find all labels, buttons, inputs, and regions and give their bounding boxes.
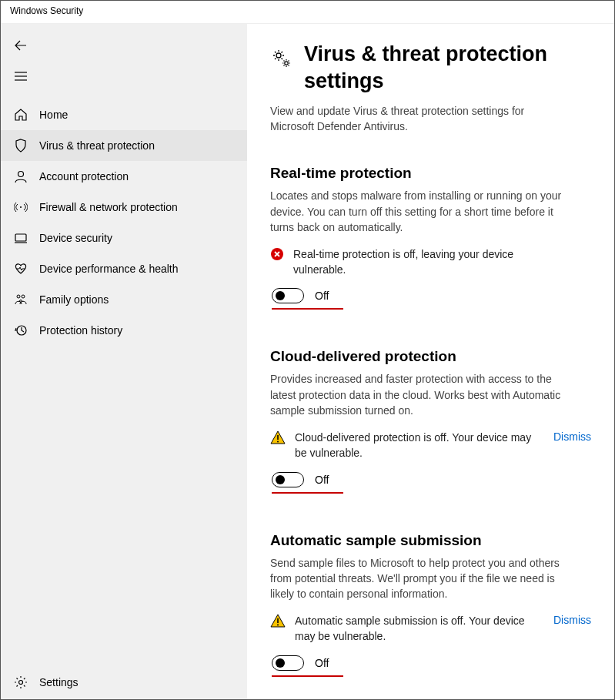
sidebar-item-home[interactable]: Home [1,99,247,130]
dismiss-link[interactable]: Dismiss [553,614,591,626]
warning-icon [270,430,286,444]
sidebar-item-performance[interactable]: Device performance & health [1,253,247,284]
account-icon [13,169,28,184]
toggle-state: Off [315,657,329,669]
sidebar-item-label: Account protection [39,170,129,183]
hamburger-button[interactable] [1,61,247,92]
error-icon [270,247,284,261]
sidebar-settings-label: Settings [39,676,79,688]
back-arrow-icon [15,39,27,52]
sidebar-item-label: Home [39,109,68,121]
dismiss-link[interactable]: Dismiss [553,430,591,443]
page-subtitle: View and update Virus & threat protectio… [270,104,563,134]
sidebar-item-device[interactable]: Device security [1,223,247,253]
sidebar-item-label: Family options [39,293,109,306]
window-titlebar: Windows Security [1,1,614,24]
svg-point-7 [17,295,20,298]
svg-point-11 [19,681,23,685]
sidebar-item-label: Virus & threat protection [39,139,155,152]
heart-icon [13,261,28,276]
section-desc: Locates and stops malware from installin… [270,188,578,235]
svg-point-12 [276,53,281,58]
sidebar-item-label: Device security [39,232,112,244]
svg-point-4 [20,206,22,208]
sidebar-item-account[interactable]: Account protection [1,161,247,192]
sidebar-item-label: Firewall & network protection [39,201,178,213]
alert-message: Cloud-delivered protection is off. Your … [295,430,533,461]
svg-point-3 [18,172,24,177]
svg-point-16 [277,441,279,443]
section-title: Cloud-delivered protection [270,348,591,365]
alert-message: Automatic sample submission is off. Your… [295,614,533,644]
svg-rect-5 [15,234,26,241]
sample-toggle[interactable] [272,655,304,671]
sidebar-item-label: Protection history [39,324,122,337]
section-realtime: Real-time protection Locates and stops m… [270,165,591,310]
gear-icon [13,675,28,690]
section-desc: Send sample files to Microsoft to help p… [270,555,578,602]
toggle-state: Off [315,474,329,486]
window-title: Windows Security [10,5,83,16]
shield-icon [13,138,28,153]
network-icon [13,199,28,215]
main-content: Virus & threat protection settings View … [247,24,614,699]
sidebar-item-label: Device performance & health [39,263,179,275]
svg-point-8 [22,295,25,298]
realtime-toggle[interactable] [272,288,304,303]
settings-gears-icon [270,47,293,70]
section-sample: Automatic sample submission Send sample … [270,532,591,677]
sidebar-item-settings[interactable]: Settings [1,665,247,699]
warning-icon [270,614,286,628]
home-icon [13,107,28,122]
hamburger-icon [15,72,27,81]
sidebar-item-firewall[interactable]: Firewall & network protection [1,192,247,223]
cloud-toggle[interactable] [272,472,304,487]
sidebar: Home Virus & threat protection Account p… [1,24,247,699]
device-icon [13,230,28,246]
sidebar-item-family[interactable]: Family options [1,284,247,315]
alert-message: Real-time protection is off, leaving you… [293,247,532,277]
family-icon [13,292,28,307]
sidebar-item-virus[interactable]: Virus & threat protection [1,130,247,161]
section-desc: Provides increased and faster protection… [270,371,578,418]
section-title: Automatic sample submission [270,532,591,549]
sidebar-item-history[interactable]: Protection history [1,315,247,346]
history-icon [13,323,28,338]
svg-point-18 [277,625,279,626]
toggle-state: Off [315,290,329,302]
svg-point-13 [285,62,288,65]
page-title: Virus & threat protection settings [304,41,591,95]
section-cloud: Cloud-delivered protection Provides incr… [270,348,591,493]
back-button[interactable] [1,30,247,61]
section-title: Real-time protection [270,165,591,182]
